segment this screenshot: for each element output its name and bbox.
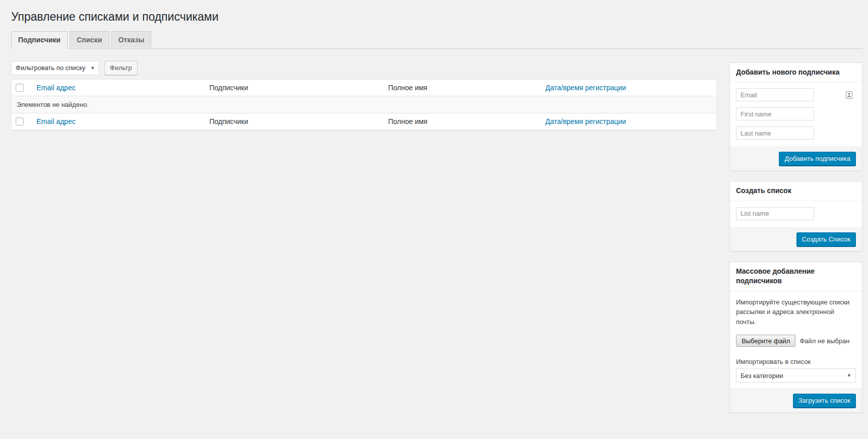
email-field[interactable] xyxy=(736,88,814,101)
add-subscriber-form xyxy=(730,82,862,147)
content-columns: Фильтровать по списку ▼ Фильтр Email адр… xyxy=(11,61,862,423)
no-items-row: Элементов не найдено. xyxy=(12,96,717,113)
filter-select-value: Фильтровать по списку xyxy=(16,64,85,72)
autofill-contact-icon xyxy=(845,91,853,99)
create-list-button[interactable]: Создать Список xyxy=(796,232,856,246)
table-header: Email адрес Подписчики Полное имя Дата/в… xyxy=(12,79,717,96)
add-subscriber-title: Добавить нового подписчика xyxy=(730,63,862,83)
column-email-sort-link-footer[interactable]: Email адрес xyxy=(37,117,76,126)
first-name-field[interactable] xyxy=(736,107,814,120)
table-header-row: Email адрес Подписчики Полное имя Дата/в… xyxy=(12,79,717,96)
create-list-form xyxy=(730,201,862,227)
bulk-add-form: Импортируйте существующие списки рассылк… xyxy=(730,291,862,389)
filter-bar: Фильтровать по списку ▼ Фильтр xyxy=(11,61,717,75)
tab-bounces[interactable]: Отказы xyxy=(111,31,152,48)
empty-message: Элементов не найдено. xyxy=(12,96,717,113)
chevron-down-icon: ▼ xyxy=(847,373,851,378)
filter-button[interactable]: Фильтр xyxy=(104,61,138,75)
add-subscriber-footer: Добавить подписчика xyxy=(730,147,862,170)
list-name-field[interactable] xyxy=(736,207,814,220)
tab-subscribers[interactable]: Подписчики xyxy=(11,31,68,49)
subscribers-table: Email адрес Подписчики Полное имя Дата/в… xyxy=(11,79,717,130)
bulk-add-footer: Загрузить список xyxy=(730,389,862,412)
create-list-title: Создать список xyxy=(730,181,862,201)
column-fullname-header: Полное имя xyxy=(383,79,541,96)
column-regdate-sort-link-footer[interactable]: Дата/время регистрации xyxy=(546,117,626,126)
table-footer-row: Email адрес Подписчики Полное имя Дата/в… xyxy=(12,113,717,130)
sidebar: Добавить нового подписчика Добавить подп… xyxy=(729,62,862,423)
file-status-text: Файл не выбран xyxy=(799,337,849,345)
add-subscriber-button[interactable]: Добавить подписчика xyxy=(779,152,856,166)
file-input-row: Выберите файл Файл не выбран xyxy=(736,335,856,347)
table-body: Элементов не найдено. xyxy=(12,96,717,113)
filter-by-list-select[interactable]: Фильтровать по списку ▼ xyxy=(11,61,99,75)
create-list-footer: Создать Список xyxy=(730,227,862,251)
select-all-checkbox[interactable] xyxy=(16,84,24,92)
tab-lists[interactable]: Списки xyxy=(70,31,109,48)
create-list-panel: Создать список Создать Список xyxy=(729,181,862,252)
table-footer: Email адрес Подписчики Полное имя Дата/в… xyxy=(12,113,717,130)
last-name-field[interactable] xyxy=(736,127,814,140)
tab-bar: ПодписчикиСпискиОтказы xyxy=(11,31,862,49)
upload-list-button[interactable]: Загрузить список xyxy=(793,394,856,408)
bulk-add-description: Импортируйте существующие списки рассылк… xyxy=(736,297,852,327)
admin-page: Управление списками и подписчиками Подпи… xyxy=(0,0,868,423)
add-subscriber-panel: Добавить нового подписчика Добавить подп… xyxy=(729,62,862,171)
select-all-checkbox-footer[interactable] xyxy=(16,117,24,126)
choose-file-button[interactable]: Выберите файл xyxy=(736,335,795,347)
bulk-add-panel: Массовое добавление подписчиков Импортир… xyxy=(729,262,862,413)
import-list-select[interactable]: Без категории ▼ xyxy=(736,368,856,383)
column-fullname-footer: Полное имя xyxy=(383,113,541,130)
bulk-add-title: Массовое добавление подписчиков xyxy=(730,262,862,291)
column-email-sort-link[interactable]: Email адрес xyxy=(37,84,76,92)
import-to-list-label: Импортировать в список xyxy=(736,358,856,365)
import-list-select-value: Без категории xyxy=(741,372,783,380)
subscribers-list-section: Фильтровать по списку ▼ Фильтр Email адр… xyxy=(11,61,717,130)
page-title: Управление списками и подписчиками xyxy=(11,10,862,24)
column-subscribers-header: Подписчики xyxy=(205,79,383,96)
column-regdate-sort-link[interactable]: Дата/время регистрации xyxy=(546,84,626,92)
column-subscribers-footer: Подписчики xyxy=(205,113,383,130)
chevron-down-icon: ▼ xyxy=(90,66,95,71)
